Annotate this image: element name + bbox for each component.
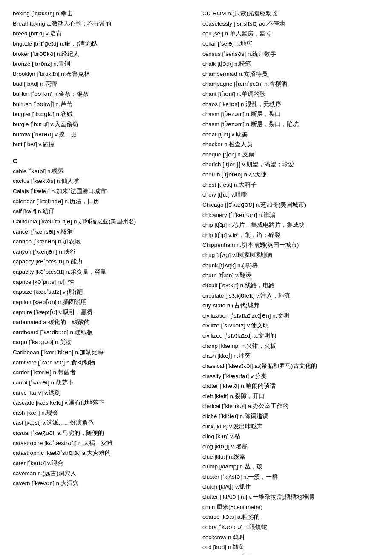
dictionary-entry: cherish [ˈtʃerɪʃ] v.期望，渴望；珍爱 [202,159,379,170]
dictionary-entry: clue [kluː] n.线索 [202,452,379,462]
dictionary-entry: cobra [ˈkəʊbrə] n.眼镜蛇 [202,522,379,532]
dictionary-entry: clash [klæʃ] n.冲突 [202,351,379,361]
dictionary-entry: census [ˈsensəs] n.统计数字 [202,49,379,59]
dictionary-entry: cater [ˈkeɪtə] v.迎合 [13,458,190,468]
dictionary-entry: clutter [ˈklʌtə [ n.] v.一堆杂物;乱糟糟地堆满 [202,492,379,502]
dictionary-entry: CD-ROM n.(只读)光盘驱动器 [202,9,379,19]
dictionary-entry: burrow [ˈbʌrəʊ] v.挖、掘 [13,130,190,140]
dictionary-entry: chunk [tʃʌŋk] n.(厚)块 [202,260,379,271]
dictionary-entry: cliché [ˈkliːfeɪ] n.陈词滥调 [202,411,379,422]
dictionary-entry: catastrophic [kætəˈstrɒfɪk] a.大灾难的 [13,448,190,458]
dictionary-entry: chasm [tʃæzəm] n.断层，裂口，陷坑 [202,119,379,130]
dictionary-entry: carrot [ˈkærət] n.胡萝卜 [13,378,190,388]
dictionary-page: boxing [ˈbɒksɪŋ] n.拳击Breathtaking a.激动人心… [13,9,379,555]
dictionary-entry: carbonated a.碳化的，碳酸的 [13,317,190,327]
dictionary-entry: chaos [ˈkeɪɒs] n.混乱，无秩序 [202,99,379,110]
dictionary-entry: classical [ˈklæsɪkəl] a.(希腊和罗马)古文化的 [202,361,379,371]
dictionary-entry: click [klɪk] v.发出咔哒声 [202,422,379,432]
dictionary-entry: casual [ˈkæʒuəl] a.马虎的，随便的 [13,428,190,438]
dictionary-entry: cancel [ˈkænsəl] v.取消 [13,227,190,237]
dictionary-entry: broker [ˈbrəʊkə] n.经纪人 [13,49,190,59]
dictionary-entry: chicanery [ʃɪˈkeɪnərɪ] n.诈骗 [202,210,379,220]
dictionary-entry: clamp [klæmp] n.夹钳，夹板 [202,341,379,351]
dictionary-entry: Caribbean [ˈkærɪˈbiːən] n.加勒比海 [13,347,190,358]
dictionary-entry: cargo [ˈkaːɡəʊ] n.货物 [13,337,190,347]
section-header-c: C [13,157,190,165]
dictionary-entry: carnivore [ˈkaːnɪvɔː] n.食肉动物 [13,358,190,368]
dictionary-entry: cleft [kleft] n.裂隙，开口 [202,391,379,402]
dictionary-entry: clatter [ˈklætə] n.喧闹的谈话 [202,381,379,391]
dictionary-entry: cling [klɪŋ] v.粘 [202,431,379,442]
dictionary-entry: chest [tʃest] n.大箱子 [202,180,379,190]
dictionary-entry: breed [briːd] v.培育 [13,29,190,39]
dictionary-entry: bronze [ brɒnz] n.青铜 [13,59,190,69]
left-column: boxing [ˈbɒksɪŋ] n.拳击Breathtaking a.激动人心… [13,9,190,555]
dictionary-entry: cable [ˈkeɪbl] n.缆索 [13,166,190,176]
dictionary-entry: cheque [tʃek] n.支票 [202,150,379,160]
dictionary-entry: circuit [ˈsɜːkɪt] n.线路，电路 [202,280,379,291]
dictionary-entry: cannon [ˈkænən] n.加农炮 [13,237,190,247]
dictionary-entry: cell [sel] n.单人监房，监号 [202,29,379,39]
dictionary-entry: calf [kaːf] n.幼仔 [13,206,190,217]
right-column: CD-ROM n.(只读)光盘驱动器ceaselessly [ˈsiːslɪsl… [202,9,379,555]
dictionary-entry: Breathtaking a.激动人心的；不寻常的 [13,19,190,29]
dictionary-entry: boxing [ˈbɒksɪŋ] n.拳击 [13,9,190,19]
dictionary-entry: cod [kɒd] n.鳕鱼 [202,542,379,552]
dictionary-entry: churn [tʃɜːn] v.翻滚 [202,270,379,280]
dictionary-entry: clog [klɒɡ] v.堵塞 [202,442,379,452]
dictionary-entry: caveman n.(远古)洞穴人 [13,468,190,479]
dictionary-entry: cockcrow n.鸡叫 [202,532,379,543]
dictionary-entry: cm n.厘米(=centimetre) [202,502,379,512]
dictionary-entry: caption [kæpʃən] n.插图说明 [13,297,190,307]
dictionary-entry: Chicago [ʃɪˈkaːɡəʊ] n.芝加哥(美国城市) [202,200,379,210]
dictionary-entry: Chippenham n.切本哈姆(英国一城市) [202,240,379,250]
dictionary-entry: checker n.检查人员 [202,139,379,150]
dictionary-entry: cavern [ˈkævən] n.大洞穴 [13,478,190,489]
dictionary-entry: caprice [kəˈpriːs] n.任性 [13,277,190,287]
dictionary-entry: ceaselessly [ˈsiːslɪslɪ] ad.不停地 [202,19,379,29]
dictionary-entry: cluster [ˈklʌstə] n.一簇，一群 [202,472,379,482]
dictionary-entry: coarse [kɔːs] a.粗劣的 [202,512,379,522]
dictionary-entry: chant [tʃaːnt] n.单调的歌 [202,89,379,99]
dictionary-entry: cheat [tʃiːt] v.欺骗 [202,130,379,140]
dictionary-entry: Brooklyn [ˈbruklɪn] n.布鲁克林 [13,69,190,79]
dictionary-entry: code [kəʊd] n.准则 [202,552,379,555]
dictionary-entry: Calais [ˈkæleɪ] n.加来(法国港口城市) [13,186,190,197]
dictionary-entry: capacity [kəˈpæsɪtɪ] n.承受量，容量 [13,267,190,277]
dictionary-entry: cardboard [ˈkaːdbɔːd] n.硬纸板 [13,327,190,338]
dictionary-entry: circulate [ˈsɜːkjʊleɪt] v.注入，环流 [202,291,379,301]
dictionary-entry: carrier [ˈkærɪə] n.带菌者 [13,367,190,378]
dictionary-entry: cherub [ˈtʃerəb] n.小天使 [202,170,379,180]
dictionary-entry: classify [ˈklæsɪfaɪ] v.分类 [202,371,379,382]
dictionary-entry: cast [kaːst] v.选派……扮演角色 [13,418,190,428]
dictionary-entry: cactus [ˈkæktəs] n.仙人掌 [13,176,190,186]
dictionary-entry: chip [tʃɪp] v.砍，削，凿；碎裂 [202,230,379,240]
dictionary-entry: cash [kæʃ] n.现金 [13,408,190,418]
dictionary-entry: brigade [brɪˈɡeɪd] n.旅，(消防)队 [13,39,190,49]
dictionary-entry: bullion [ˈbʊljən] n.金条；银条 [13,89,190,99]
dictionary-entry: civilize [ˈsɪvɪlaɪz] v.使文明 [202,321,379,331]
dictionary-entry: calendar [ˈkælɪndə] n.历法，日历 [13,197,190,207]
dictionary-entry: carve [kaːv] v.镌刻 [13,388,190,398]
dictionary-entry: cascade [kæsˈkeɪd] v.瀑布似地落下 [13,398,190,408]
dictionary-entry: chew [tʃuː] v.咀嚼 [202,190,379,200]
dictionary-entry: champagne [ʃæmˈpeɪn] n.香槟酒 [202,79,379,89]
dictionary-entry: chasm [tʃæzəm] n.断层，裂口 [202,109,379,119]
dictionary-entry: canyon [ˈkænjən] n.峡谷 [13,247,190,257]
dictionary-entry: chug [tʃʌɡ] v.咔嗦咔嗦地响 [202,250,379,260]
dictionary-entry: bud [ bʌd] n.花蕾 [13,79,190,89]
dictionary-entry: civilization [ˈsɪvɪlaɪˈzeɪʃən] n.文明 [202,311,379,321]
dictionary-entry: clump [klʌmp] n.丛，簇 [202,462,379,472]
dictionary-entry: burgle [ˈbɜːɡl] v.入室偷窃 [13,119,190,130]
dictionary-entry: capacity [kəˈpæsɪtɪ] n.能力 [13,257,190,267]
dictionary-entry: chip [tʃɪp] n.芯片，集成电路片，集成块 [202,220,379,230]
dictionary-entry: chalk [tʃɔːk] n.粉笔 [202,59,379,69]
dictionary-entry: chambermaid n.女招待员 [202,69,379,79]
dictionary-entry: bulrush [ˈbʊlrʌʃ] n.芦苇 [13,99,190,110]
dictionary-entry: civilized [ˈsɪvɪlaɪzd] a.文明的 [202,331,379,341]
dictionary-entry: city-state n.(古代)城邦 [202,301,379,311]
dictionary-entry: catastrophe [kəˈtæstrəfɪ] n.大祸，灾难 [13,438,190,448]
dictionary-entry: California [ˈkælɪˈfɔːnjə] n.加利福尼亚(美国州名) [13,217,190,227]
dictionary-entry: butt [ bʌt] v.碰撞 [13,139,190,150]
dictionary-entry: cellar [ˈselə] n.地窖 [202,39,379,49]
